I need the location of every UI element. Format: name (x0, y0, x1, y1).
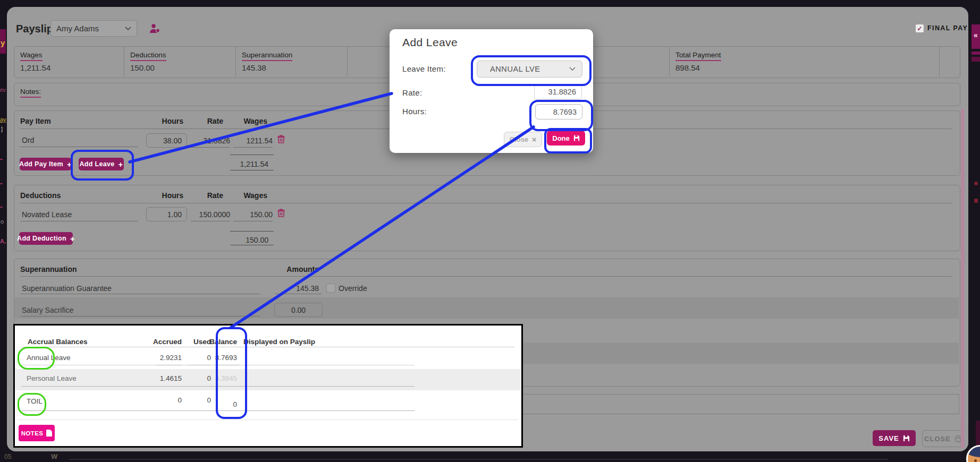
field-underline (187, 410, 211, 411)
avatar-hair (966, 445, 980, 457)
bg-text-fragment: ] (1, 126, 3, 132)
bg-text-fragment: ev (0, 87, 6, 93)
deductions-col-wages: Wages (219, 191, 267, 200)
bg-mark (0, 159, 3, 160)
salary-sacrifice-name: Salary Sacrifice (22, 306, 73, 314)
accrual-row-stripe (15, 369, 521, 390)
superannuation-title: Superannuation (20, 265, 77, 273)
save-icon (573, 135, 580, 141)
bg-mark (971, 57, 980, 62)
vertical-scrollbar[interactable] (961, 109, 965, 449)
super-guarantee-amount-field (275, 294, 322, 294)
pay-item-wages-field (233, 147, 273, 148)
accrual-row-balance: 8.7693 (195, 354, 237, 362)
delete-pay-item-icon[interactable] (277, 135, 285, 143)
summary-total-label: Total Payment (675, 51, 721, 59)
support-chat-avatar[interactable] (966, 445, 980, 462)
deductions-total: 150.00 (221, 236, 268, 244)
field-underline (156, 410, 182, 411)
divider (18, 420, 518, 420)
override-checkbox[interactable] (326, 284, 335, 293)
salary-sacrifice-input[interactable]: 0.00 (274, 303, 323, 317)
total-rule (230, 170, 274, 170)
pay-item-wages-value[interactable]: 1211.54 (225, 136, 273, 145)
super-guarantee-name-field (20, 294, 260, 294)
superannuation-col-amounts: Amounts (271, 265, 319, 273)
chevron-down-icon (125, 27, 131, 31)
bg-mark (974, 199, 978, 203)
accrual-row-name: Personal Leave (27, 374, 77, 382)
super-guarantee-name: Superannuation Guarantee (22, 284, 112, 293)
field-underline (215, 365, 240, 365)
screen: y ev ay ] o A, 05 W « Payslip - Amy Adam… (0, 0, 980, 462)
bg-text-fragment: o (1, 218, 4, 225)
collapse-chevrons-icon: « (974, 31, 978, 39)
chevron-down-icon (569, 67, 576, 71)
notes-button[interactable]: NOTES (19, 425, 55, 441)
super-guarantee-amount: 145.38 (271, 284, 319, 293)
deduction-wages-field (233, 221, 273, 221)
accrual-row-name: Annual Leave (27, 354, 71, 362)
bg-text-fragment: ay (0, 116, 6, 123)
modal-done-button[interactable]: Done (547, 131, 585, 146)
deductions-title: Deductions (20, 191, 61, 200)
deduction-rate-value[interactable]: 150.0000 (182, 210, 230, 219)
leave-item-select-value: ANNUAL LVE (484, 65, 540, 73)
close-button[interactable]: CLOSE ← (922, 430, 965, 447)
modal-close-button[interactable]: Close × (504, 132, 542, 147)
employee-select[interactable]: Amy Adams (50, 20, 137, 37)
deduction-wages-value[interactable]: 150.00 (225, 210, 273, 219)
hours-label: Hours: (402, 107, 427, 116)
plus-icon: + (70, 235, 75, 243)
divider (959, 394, 959, 414)
final-pay-checkbox[interactable]: ✓ (915, 24, 924, 33)
summary-wages-value: 1,211.54 (20, 63, 50, 72)
bg-text-fragment: 05 (4, 453, 11, 460)
field-underline (187, 386, 211, 387)
rate-input[interactable]: 31.8826 (534, 84, 582, 99)
check-icon: ✓ (917, 25, 922, 32)
deduction-name-field (20, 221, 138, 221)
add-pay-item-button[interactable]: Add Pay Item+ (20, 158, 71, 170)
divider (669, 47, 670, 76)
bg-mark (974, 182, 978, 185)
field-underline (187, 365, 211, 365)
total-rule (230, 231, 274, 232)
pay-item-name-field (20, 147, 138, 147)
bg-text-fragment: y (1, 38, 5, 47)
leave-item-select[interactable]: ANNUAL LVE (477, 61, 582, 78)
close-x-icon: × (532, 136, 536, 143)
pay-item-rate-value[interactable]: 31.8826 (182, 136, 230, 145)
notes-label: Notes: (20, 88, 41, 96)
salary-sacrifice-name-field (20, 316, 260, 316)
add-deduction-button[interactable]: Add Deduction+ (19, 232, 73, 245)
total-rule (230, 245, 274, 245)
divider (20, 276, 952, 277)
save-icon (903, 435, 910, 442)
divider (939, 47, 940, 76)
divider (124, 47, 124, 76)
accruals-col-displayed: Displayed on Payslip (243, 338, 315, 346)
summary-deductions-label: Deductions (130, 51, 166, 59)
pay-item-title: Pay Item (20, 117, 51, 125)
bg-text-fragment: A, (0, 238, 6, 244)
deduction-name[interactable]: Novated Lease (22, 210, 72, 219)
pay-item-name[interactable]: Ord (22, 136, 34, 144)
delete-deduction-icon[interactable] (277, 209, 285, 217)
bg-line (69, 459, 888, 460)
accrual-row-balance: 0 (195, 400, 237, 408)
accruals-col-balance: Balance (195, 338, 237, 346)
summary-super-value: 145.38 (242, 63, 266, 72)
hours-input[interactable]: 8.7693 (535, 104, 582, 119)
employee-add-icon[interactable] (149, 23, 160, 33)
add-leave-button[interactable]: Add Leave+ (79, 158, 124, 170)
summary-total-value: 898.54 (675, 63, 700, 72)
rate-label: Rate: (402, 88, 422, 97)
deduction-hours-input[interactable]: 1.00 (146, 207, 187, 221)
accrual-row-balance: 4.3845 (195, 374, 237, 382)
avatar-eye (974, 459, 977, 462)
pay-item-hours-input[interactable]: 38.00 (146, 133, 187, 148)
save-button[interactable]: SAVE (873, 430, 916, 446)
divider (20, 203, 952, 203)
bg-mark (0, 183, 3, 184)
